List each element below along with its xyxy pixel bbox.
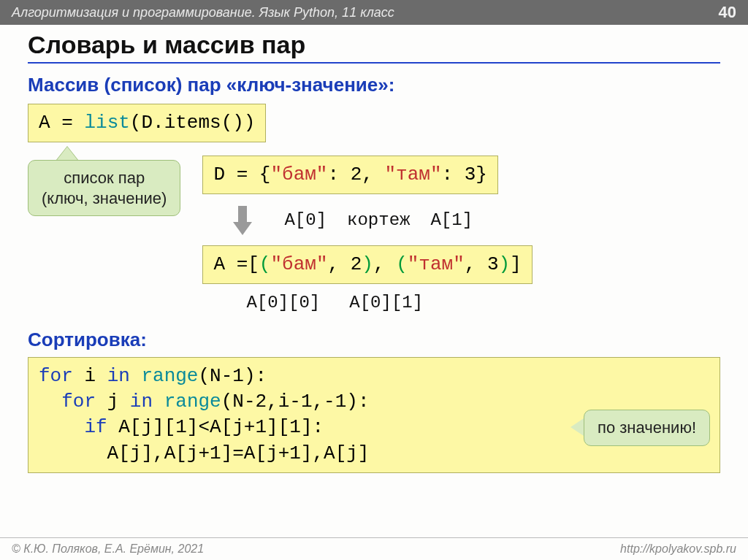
annot-a0: A[0] [284,210,327,230]
callout-list-pairs: список пар (ключ, значение) [28,160,180,216]
slide-content: Словарь и массив пар Массив (список) пар… [0,25,748,473]
callout-line-1: список пар [42,168,167,188]
annot-tuple-label: кортеж [347,210,410,230]
annot-a00: A[0][0] [246,293,320,312]
code-block-list-result: A =[("бам", 2), ("там", 3)] [202,245,532,284]
callout-box: список пар (ключ, значение) [28,160,180,216]
code-block-list-items: A = list(D.items()) [28,104,266,142]
index-annotation: A[0][0] A[0][1] [246,293,720,312]
svg-rect-0 [238,206,247,223]
code-block-dict: D = {"бам": 2, "там": 3} [202,156,497,194]
slide-header: Алгоритмизация и программирование. Язык … [0,0,748,25]
arrow-down-icon [232,206,255,235]
section-heading-2: Сортировка: [28,329,720,351]
source-url: http://kpolyakov.spb.ru [620,542,736,556]
arrow-annot-row: A[0] кортеж A[1] [202,202,720,238]
callout-box-2: по значению! [584,410,710,446]
svg-marker-1 [233,222,252,235]
row-callout-code: список пар (ключ, значение) D = {"бам": … [28,156,720,312]
annot-a1: A[1] [430,210,473,230]
copyright: © К.Ю. Поляков, Е.А. Ерёмин, 2021 [12,542,204,556]
annot-a01: A[0][1] [349,293,423,312]
code-stack: D = {"бам": 2, "там": 3} A[0] кортеж A[1… [202,156,720,312]
tuple-annotation: A[0] кортеж A[1] [284,210,473,230]
slide-footer: © К.Ю. Поляков, Е.А. Ерёмин, 2021 http:/… [0,537,748,560]
sort-section: for i in range(N-1): for j in range(N-2,… [28,357,720,472]
section-heading-1: Массив (список) пар «ключ-значение»: [28,74,720,96]
title-underline [28,62,720,64]
page-number: 40 [719,3,736,22]
slide-title: Словарь и массив пар [28,31,720,59]
callout-by-value: по значению! [584,410,710,446]
course-title: Алгоритмизация и программирование. Язык … [12,5,394,20]
callout-line-2: (ключ, значение) [42,188,167,209]
